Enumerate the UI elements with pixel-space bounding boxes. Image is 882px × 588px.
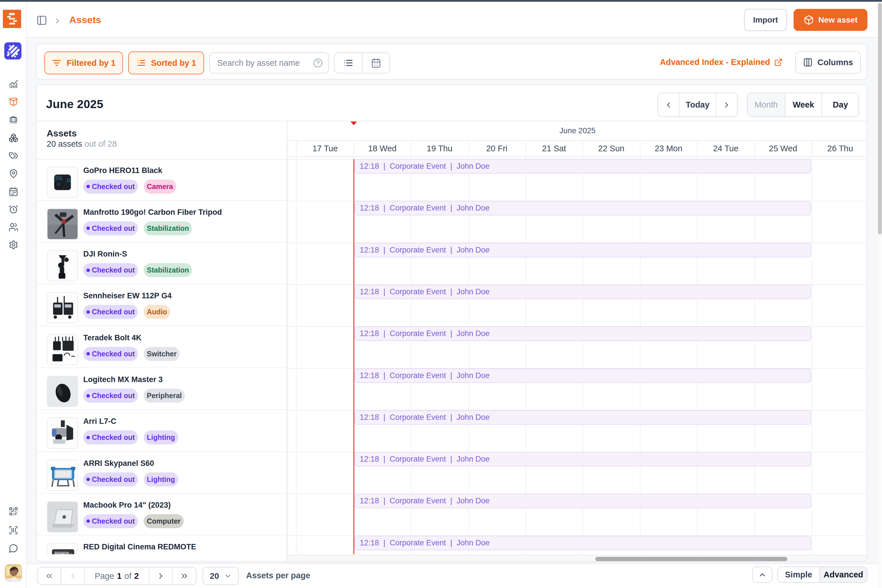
svg-text:11: 11 [66,178,71,183]
